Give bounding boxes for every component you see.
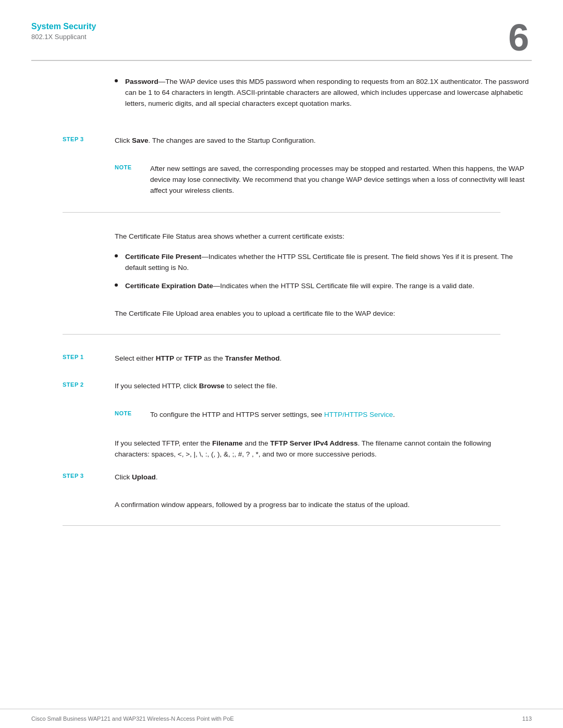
bullet-text-cert-present: Certificate File Present—Indicates wheth… <box>125 252 532 274</box>
term-cert-expiry: Certificate Expiration Date <box>125 282 213 290</box>
step-1-content: Select either HTTP or TFTP as the Transf… <box>115 353 532 364</box>
page-container: System Security 802.1X Supplicant 6 Pass… <box>0 0 563 728</box>
step-2-text-after: to select the file. <box>225 382 277 390</box>
main-content: Password—The WAP device uses this MD5 pa… <box>0 61 563 568</box>
footer-left-text: Cisco Small Business WAP121 and WAP321 W… <box>31 715 234 722</box>
step-3-upload-label: STEP 3 <box>63 472 115 479</box>
bullet-dot-cert-present <box>115 254 118 257</box>
divider-2 <box>63 334 500 335</box>
cert-bullets-section: Certificate File Present—Indicates wheth… <box>31 246 532 304</box>
note-inner-2: NOTE To configure the HTTP and HTTPS ser… <box>115 410 532 421</box>
bullet-text-cert-expiry: Certificate Expiration Date—Indicates wh… <box>125 281 532 292</box>
chapter-title: System Security <box>31 21 96 32</box>
step-3-save-content: Click Save. The changes are saved to the… <box>115 135 532 146</box>
cert-upload-intro-para: The Certificate File Upload area enables… <box>31 304 532 324</box>
tftp-before: If you selected TFTP, enter the <box>115 439 212 447</box>
note2-text-before: To configure the HTTP and HTTPS server s… <box>150 411 324 418</box>
page-header: System Security 802.1X Supplicant 6 <box>0 0 563 61</box>
bullet-item-cert-present: Certificate File Present—Indicates wheth… <box>115 252 532 274</box>
step-2-text-before: If you selected HTTP, click <box>115 382 199 390</box>
step-1: STEP 1 Select either HTTP or TFTP as the… <box>31 345 532 373</box>
step-1-transfer-method: Transfer Method <box>225 354 280 362</box>
chapter-number: 6 <box>508 21 529 55</box>
term-password: Password <box>125 78 158 85</box>
cert-upload-intro-text: The Certificate File Upload area enables… <box>115 310 395 317</box>
note-inner-1: NOTE After new settings are saved, the c… <box>115 164 532 196</box>
step-1-http: HTTP <box>156 354 174 362</box>
step-3-save-text-after: . The changes are saved to the Startup C… <box>149 137 316 144</box>
step-1-as: as the <box>202 354 225 362</box>
note2-text-after: . <box>393 411 395 418</box>
step-2-label: STEP 2 <box>63 381 115 388</box>
bullet-dot-cert-expiry <box>115 283 118 287</box>
header-title-block: System Security 802.1X Supplicant <box>31 21 96 42</box>
step-1-label: STEP 1 <box>63 353 115 360</box>
http-https-link-text: HTTP/HTTPS Service <box>324 411 393 418</box>
step-1-tftp: TFTP <box>185 354 202 362</box>
note-block-2: NOTE To configure the HTTP and HTTPS ser… <box>31 404 532 426</box>
note-label-1: NOTE <box>115 164 150 170</box>
page-footer: Cisco Small Business WAP121 and WAP321 W… <box>0 709 563 728</box>
chapter-subtitle: 802.1X Supplicant <box>31 32 96 42</box>
footer-page-number: 113 <box>522 715 532 722</box>
step-3-save-label: STEP 3 <box>63 135 115 142</box>
bullet-text-password: Password—The WAP device uses this MD5 pa… <box>125 77 532 109</box>
note-block-1: NOTE After new settings are saved, the c… <box>31 158 532 202</box>
password-description: —The WAP device uses this MD5 password w… <box>125 78 529 107</box>
http-https-link[interactable]: HTTP/HTTPS Service <box>324 411 393 418</box>
step-3-upload-text-after: . <box>156 473 158 481</box>
confirmation-para: A confirmation window appears, followed … <box>31 491 532 515</box>
bullet-dot <box>115 79 118 82</box>
cert-intro-text: The Certificate File Status area shows w… <box>115 232 344 240</box>
bullet-section-password: Password—The WAP device uses this MD5 pa… <box>31 61 532 127</box>
note-label-2: NOTE <box>115 410 150 416</box>
step-3-save-bold: Save <box>132 137 149 144</box>
step-3-upload: STEP 3 Click Upload. <box>31 464 532 491</box>
divider-1 <box>63 212 500 213</box>
bullet-item-password: Password—The WAP device uses this MD5 pa… <box>115 77 532 109</box>
step-2-content: If you selected HTTP, click Browse to se… <box>115 381 532 392</box>
tftp-para: If you selected TFTP, enter the Filename… <box>31 430 532 464</box>
tftp-filename: Filename <box>212 439 243 447</box>
step-3-save-text-before: Click <box>115 137 132 144</box>
step-2-browse: Browse <box>199 382 225 390</box>
step-1-or: or <box>174 354 185 362</box>
header-top: System Security 802.1X Supplicant 6 <box>31 21 532 61</box>
step-2: STEP 2 If you selected HTTP, click Brows… <box>31 373 532 400</box>
term-cert-present: Certificate File Present <box>125 253 201 261</box>
divider-3 <box>63 525 500 526</box>
step-3-save: STEP 3 Click Save. The changes are saved… <box>31 127 532 155</box>
cert-expiry-desc: —Indicates when the HTTP SSL Certificate… <box>213 282 474 290</box>
note-text-2: To configure the HTTP and HTTPS server s… <box>150 410 532 421</box>
bullet-item-cert-expiry: Certificate Expiration Date—Indicates wh… <box>115 281 532 292</box>
tftp-server-addr: TFTP Server IPv4 Address <box>270 439 358 447</box>
cert-intro-para: The Certificate File Status area shows w… <box>31 223 532 246</box>
confirmation-text: A confirmation window appears, followed … <box>115 501 410 509</box>
step-3-upload-bold: Upload <box>132 473 156 481</box>
tftp-mid: and the <box>243 439 271 447</box>
step-1-text-before: Select either <box>115 354 156 362</box>
note-text-1: After new settings are saved, the corres… <box>150 164 532 196</box>
step-3-upload-content: Click Upload. <box>115 472 532 483</box>
step-3-upload-text-before: Click <box>115 473 132 481</box>
step-1-period: . <box>280 354 282 362</box>
chapter-block: 6 <box>508 21 532 55</box>
